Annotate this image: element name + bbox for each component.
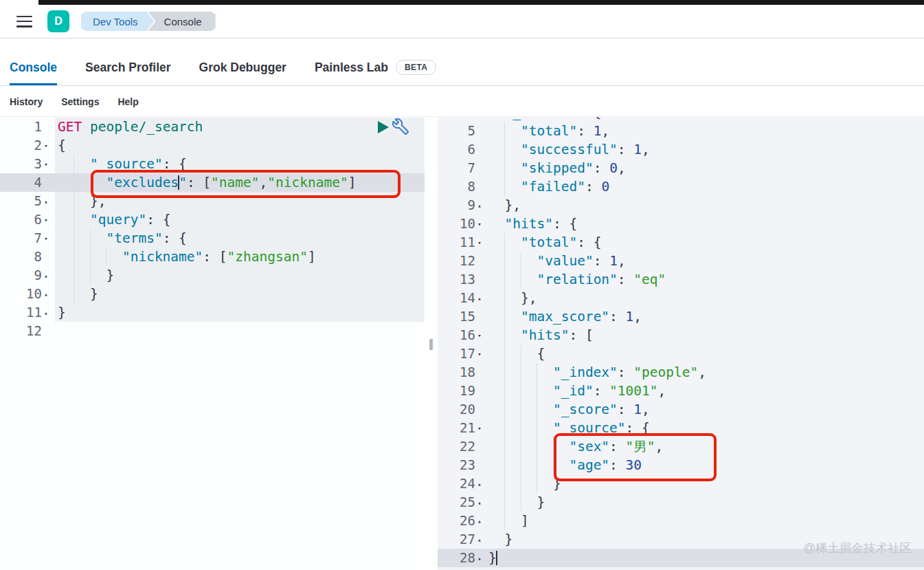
line-number: 28 [460,549,475,567]
fold-toggle-icon[interactable]: ▾ [42,161,50,168]
code-line[interactable]: 8 "nickname": ["zhangsan"] [0,248,425,266]
code-text[interactable]: } [55,266,425,285]
code-text[interactable]: } [55,303,425,322]
line-number: 9 [34,266,42,285]
gutter: 27▴ [438,530,486,549]
line-number: 4 [468,117,475,122]
code-line[interactable]: 1GET people/_search [0,118,425,136]
indent-guide [74,229,74,248]
tab-search-profiler-label: Search Profiler [85,61,171,75]
fold-toggle-icon[interactable]: ▾ [42,217,50,223]
gutter: 25▴ [438,493,486,512]
tab-grok-debugger[interactable]: Grok Debugger [199,61,286,85]
tab-console[interactable]: Console [10,61,57,85]
fold-toggle-icon[interactable]: ▾ [42,142,50,149]
indent-guide [504,140,505,159]
hamburger-menu-icon[interactable] [16,16,32,28]
gutter: 4 [0,173,55,192]
code-line[interactable]: 11▴} [0,303,425,322]
tab-search-profiler[interactable]: Search Profiler [85,61,171,85]
fold-toggle-icon[interactable]: ▴ [475,202,484,209]
code-text[interactable]: "nickname": ["zhangsan"] [55,248,425,266]
code-line: 14▴ }, [438,289,924,307]
fold-toggle-icon[interactable]: ▴ [475,536,484,543]
panel-resize-handle[interactable]: ‖ [425,336,438,352]
fold-toggle-icon[interactable]: ▴ [42,309,50,316]
code-line[interactable]: 7▾ "terms": { [0,229,425,248]
line-number: 22 [460,437,475,456]
tab-painless-lab[interactable]: Painless Lab BETA [315,60,436,85]
fold-toggle-icon[interactable]: ▾ [475,239,484,246]
fold-toggle-icon[interactable]: ▾ [475,221,484,228]
fold-toggle-icon[interactable]: ▴ [42,272,50,279]
indent-guide [537,400,537,419]
send-request-play-icon[interactable] [378,121,389,133]
code-line: 4▾ "_shards": { [438,117,924,122]
code-line[interactable]: 6▾ "query": { [0,210,425,229]
code-text[interactable]: } [55,285,425,303]
indent-guide [521,493,521,512]
line-number: 7 [34,229,42,248]
code-line: 26▴ ] [438,512,924,530]
line-number: 21 [460,419,475,437]
code-line: 18 "_index": "people", [438,363,924,382]
request-code[interactable]: 1GET people/_search2▾{3▾ "_source": {4 "… [0,117,425,340]
fold-toggle-icon[interactable]: ▴ [475,518,484,525]
menu-item-help[interactable]: Help [117,96,138,107]
fold-toggle-icon[interactable]: ▴ [475,295,484,302]
code-line[interactable]: 12 [0,322,425,340]
indent-guide [504,326,505,344]
gutter: 14▴ [438,289,486,307]
indent-guide [74,248,74,266]
fold-toggle-icon[interactable]: ▴ [475,555,484,562]
gutter: 16▾ [438,326,486,344]
fold-toggle-icon[interactable]: ▴ [475,499,484,506]
gutter: 18 [438,363,486,382]
response-code: 4▾ "_shards": {5 "total": 1,6 "successfu… [438,117,924,567]
gutter: 9▴ [0,266,55,285]
code-text[interactable] [55,322,425,340]
fold-toggle-icon[interactable]: ▾ [475,425,484,432]
code-text: "value": 1, [486,252,924,270]
watermark: @稀土掘金技术社区 [803,540,912,556]
fold-toggle-icon[interactable]: ▾ [475,332,484,339]
code-text: "hits": [ [486,326,924,344]
gutter: 15 [438,307,486,326]
indent-guide [74,155,74,173]
code-line: 12 "value": 1, [438,252,924,270]
indent-guide [521,344,521,363]
code-text[interactable]: { [55,136,425,155]
indent-guide [504,270,505,289]
response-pane: 4▾ "_shards": {5 "total": 1,6 "successfu… [438,117,924,570]
fold-toggle-icon[interactable]: ▴ [42,291,50,298]
code-line[interactable]: 10▴ } [0,285,425,303]
menu-item-settings[interactable]: Settings [61,96,99,107]
gutter: 11▴ [0,303,55,322]
request-editor[interactable]: 1GET people/_search2▾{3▾ "_source": {4 "… [0,117,425,570]
code-text[interactable]: "terms": { [55,229,425,248]
fold-toggle-icon[interactable]: ▾ [475,351,484,358]
code-line: 11▾ "total": { [438,233,924,252]
menu-item-history[interactable]: History [10,96,43,107]
fold-toggle-icon[interactable]: ▾ [42,235,50,242]
code-line[interactable]: 9▴ } [0,266,425,285]
line-number: 5 [34,192,42,210]
gutter: 3▾ [0,155,55,173]
indent-guide [521,382,521,400]
code-text: "hits": { [486,215,924,233]
line-number: 12 [460,252,475,270]
code-line: 16▾ "hits": [ [438,326,924,344]
gutter: 9▴ [438,196,486,215]
gutter: 19 [438,382,486,400]
code-text[interactable]: GET people/_search [55,118,425,136]
code-line: 25▴ } [438,493,924,512]
breadcrumb-dev-tools[interactable]: Dev Tools [81,12,155,31]
code-text: "max_score": 1, [486,307,924,326]
code-line[interactable]: 2▾{ [0,136,425,155]
indent-guide [504,233,505,252]
wrench-icon[interactable] [392,118,409,135]
fold-toggle-icon[interactable]: ▴ [475,481,484,487]
fold-toggle-icon[interactable]: ▴ [42,198,50,205]
gutter: 10▾ [438,215,486,233]
code-text[interactable]: "query": { [55,210,425,229]
